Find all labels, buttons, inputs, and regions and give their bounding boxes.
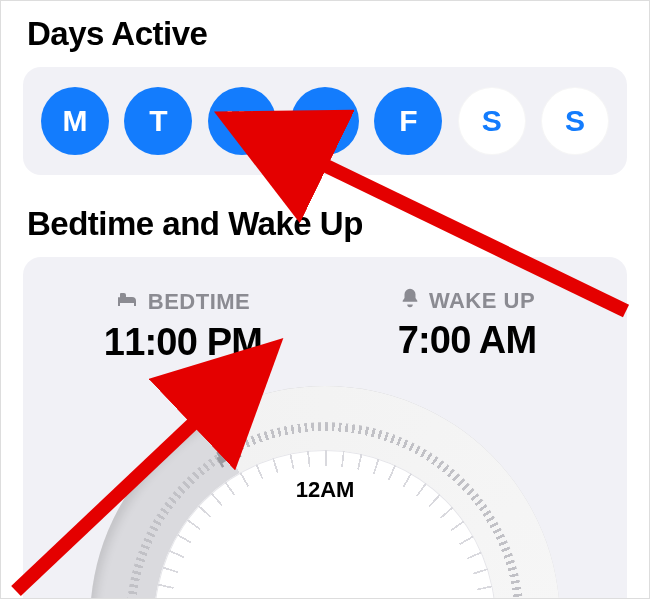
wakeup-label-text: WAKE UP <box>429 288 535 314</box>
dial-hour-12am: 12AM <box>296 477 355 503</box>
day-toggle-thu[interactable]: T <box>291 87 359 155</box>
wakeup-column: WAKE UP 7:00 AM <box>325 287 609 364</box>
bell-icon <box>399 287 421 315</box>
bedtime-label: BEDTIME <box>116 287 251 317</box>
bed-icon <box>208 433 249 474</box>
day-toggle-sun[interactable]: S <box>541 87 609 155</box>
bedtime-column: BEDTIME 11:00 PM <box>41 287 325 364</box>
wakeup-label: WAKE UP <box>399 287 535 315</box>
bedtime-label-text: BEDTIME <box>148 289 251 315</box>
bedtime-value: 11:00 PM <box>41 321 325 364</box>
day-toggle-tue[interactable]: T <box>124 87 192 155</box>
sleep-dial[interactable]: 12AM 2 10 <box>90 386 560 599</box>
bedtime-card: BEDTIME 11:00 PM WAKE UP 7:00 AM <box>23 257 627 599</box>
days-row: M T W T F S S <box>41 87 609 155</box>
days-active-card: M T W T F S S <box>23 67 627 175</box>
bed-icon <box>116 287 140 317</box>
wakeup-value: 7:00 AM <box>325 319 609 362</box>
bedtime-wakeup-title: Bedtime and Wake Up <box>27 205 627 243</box>
day-toggle-wed[interactable]: W <box>208 87 276 155</box>
days-active-title: Days Active <box>27 15 627 53</box>
times-row: BEDTIME 11:00 PM WAKE UP 7:00 AM <box>41 277 609 382</box>
day-toggle-fri[interactable]: F <box>374 87 442 155</box>
day-toggle-sat[interactable]: S <box>458 87 526 155</box>
day-toggle-mon[interactable]: M <box>41 87 109 155</box>
